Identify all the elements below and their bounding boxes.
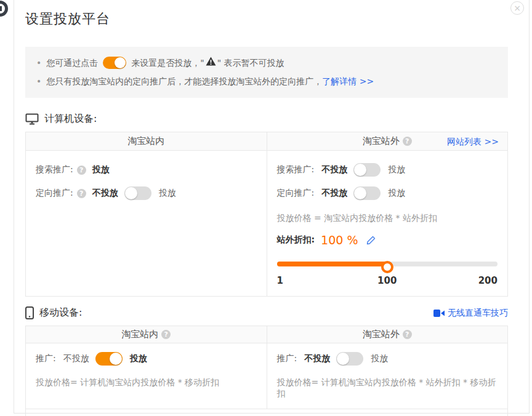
close-icon[interactable]: ×: [510, 1, 524, 15]
wireless-tips-label: 无线直通车技巧: [448, 308, 508, 319]
computer-offsite-cell: 搜索推广: 不投放 投放 定向推广: 不投放 投放 投放价格 = 淘宝站内投放价…: [267, 151, 508, 296]
target-off-label: 不投放: [321, 188, 347, 199]
mobile-offsite-cell: 推广: 不投放 投放 投放价格= 计算机淘宝站内投放价格 * 站外折扣 * 移动…: [267, 343, 508, 409]
header-label: 淘宝站内: [121, 329, 158, 340]
promo-label: 推广:: [36, 353, 56, 364]
offsite-discount-row: 站外折扣: 100 %: [277, 233, 498, 247]
promo-row: 推广: 不投放 投放: [277, 352, 498, 366]
toggle-knob: [125, 187, 137, 199]
notice-box: • 您可通过点击 来设置是否投放，" " 表示暂不可投放 • 您只有投放淘宝站内…: [25, 47, 508, 98]
header-label: 淘宝站外: [363, 135, 400, 147]
notice-text: 您只有投放淘宝站内的定向推广后，才能选择投放淘宝站外的定向推广，: [46, 73, 322, 89]
promo-row: 推广: 不投放 投放: [36, 352, 257, 366]
mobile-section-title: 移动设备:: [39, 306, 82, 319]
search-on-label: 投放: [388, 164, 405, 175]
video-icon: [433, 310, 445, 317]
slider-mid-label: 100: [377, 275, 397, 286]
search-promo-label: 搜索推广:: [36, 164, 73, 175]
computer-table-body: 搜索推广: ? 投放 定向推广: ? 不投放 投放: [26, 151, 507, 296]
promo-toggle[interactable]: [336, 352, 363, 366]
target-on-label: 投放: [388, 188, 405, 199]
computer-table-header: 淘宝站内 淘宝站外 ? 网站列表 >>: [26, 132, 507, 151]
promo-on-label: 投放: [371, 353, 388, 364]
slider-handle[interactable]: [381, 261, 393, 273]
target-promo-row: 定向推广: ? 不投放 投放: [36, 186, 257, 200]
target-on-label: 投放: [159, 188, 176, 199]
help-icon[interactable]: ?: [77, 189, 86, 198]
help-icon[interactable]: ?: [403, 330, 412, 339]
computer-section-header: 计算机设备:: [25, 113, 508, 126]
bullet-dot: •: [36, 55, 41, 71]
slider-track[interactable]: [277, 262, 498, 266]
mobile-discount-row: 移动折扣: % 折扣: 1-400间整数。 1: [26, 409, 507, 416]
target-promo-label: 定向推广:: [36, 188, 73, 199]
mobile-section-header: 移动设备: 无线直通车技巧: [25, 306, 508, 319]
bullet-dot: •: [36, 73, 41, 89]
header-taobao-onsite: 淘宝站内: [26, 132, 267, 150]
notice-text: 来设置是否投放，": [131, 55, 204, 71]
toggle-knob: [115, 57, 126, 68]
search-off-label: 不投放: [321, 164, 347, 175]
toggle-knob: [354, 164, 366, 176]
slider-fill: [277, 262, 387, 266]
dialog-title: 设置投放平台: [25, 10, 518, 28]
header-taobao-offsite: 淘宝站外 ?: [267, 326, 508, 343]
monitor-icon: [25, 113, 39, 126]
header-taobao-offsite: 淘宝站外 ? 网站列表 >>: [267, 132, 508, 150]
toggle-knob: [110, 353, 122, 365]
site-list-link[interactable]: 网站列表 >>: [447, 132, 499, 151]
search-promo-state: 投放: [92, 164, 110, 175]
mobile-table-header: 淘宝站内 ? 淘宝站外 ?: [26, 326, 507, 343]
help-icon[interactable]: ?: [403, 137, 412, 146]
offsite-price-formula: 投放价格 = 淘宝站内投放价格 * 站外折扣: [277, 212, 498, 223]
mobile-offsite-formula: 投放价格= 计算机淘宝站内投放价格 * 站外折扣 * 移动折扣: [277, 377, 498, 399]
toggle-knob: [337, 353, 349, 365]
learn-more-link[interactable]: 了解详情 >>: [322, 73, 374, 89]
header-label: 淘宝站外: [363, 329, 400, 340]
screen: × 设置投放平台 • 您可通过点击 来设置是否投放，" " 表示暂不可投放 •: [0, 0, 532, 416]
notice-line-2: • 您只有投放淘宝站内的定向推广后，才能选择投放淘宝站外的定向推广， 了解详情 …: [35, 73, 498, 89]
notice-line-1: • 您可通过点击 来设置是否投放，" " 表示暂不可投放: [35, 55, 498, 71]
target-promo-label: 定向推广:: [277, 188, 315, 199]
offsite-slider-labels: 1 100 200: [277, 275, 498, 286]
mobile-onsite-formula: 投放价格= 计算机淘宝站内投放价格 * 移动折扣: [36, 377, 257, 388]
offsite-discount-slider: [277, 258, 498, 270]
notice-text: " 表示暂不可投放: [217, 55, 284, 71]
computer-onsite-cell: 搜索推广: ? 投放 定向推广: ? 不投放 投放: [26, 151, 267, 296]
notice-text: 您可通过点击: [46, 55, 98, 71]
slider-max-label: 200: [478, 275, 498, 286]
promo-off-label: 不投放: [63, 353, 89, 364]
help-icon[interactable]: ?: [77, 166, 86, 175]
computer-table: 淘宝站内 淘宝站外 ? 网站列表 >> 搜索推广: ? 投放: [25, 132, 508, 297]
mobile-table-body: 推广: 不投放 投放 投放价格= 计算机淘宝站内投放价格 * 移动折扣 推广: …: [26, 343, 507, 409]
offsite-discount-value: 100 %: [321, 233, 358, 247]
computer-section-title: 计算机设备:: [44, 113, 97, 126]
promo-toggle[interactable]: [95, 352, 123, 366]
promo-label: 推广:: [277, 353, 297, 364]
target-promo-row: 定向推广: 不投放 投放: [277, 186, 498, 200]
set-platform-dialog: × 设置投放平台 • 您可通过点击 来设置是否投放，" " 表示暂不可投放 •: [14, 0, 530, 414]
wireless-tips-link[interactable]: 无线直通车技巧: [433, 308, 508, 319]
example-toggle[interactable]: [103, 57, 126, 69]
edit-pencil-icon[interactable]: [366, 236, 376, 245]
search-promo-row: 搜索推广: 不投放 投放: [277, 163, 498, 177]
promo-on-label: 投放: [130, 353, 147, 364]
mobile-onsite-cell: 推广: 不投放 投放 投放价格= 计算机淘宝站内投放价格 * 移动折扣: [26, 343, 267, 409]
target-promo-toggle[interactable]: [124, 186, 151, 200]
search-promo-label: 搜索推广:: [277, 164, 315, 175]
target-promo-toggle[interactable]: [353, 186, 381, 200]
slider-min-label: 1: [277, 275, 283, 286]
target-off-label: 不投放: [92, 188, 118, 199]
header-taobao-onsite: 淘宝站内 ?: [26, 326, 267, 343]
search-promo-toggle[interactable]: [353, 163, 381, 177]
offsite-discount-label: 站外折扣:: [277, 234, 315, 246]
help-icon[interactable]: ?: [161, 330, 171, 339]
cutoff-help-bubble-icon[interactable]: [0, 1, 8, 17]
mobile-table: 淘宝站内 ? 淘宝站外 ? 推广: 不投放: [25, 326, 508, 416]
warning-triangle-icon: [206, 55, 216, 71]
search-promo-row: 搜索推广: ? 投放: [36, 163, 257, 177]
header-label: 淘宝站内: [127, 135, 164, 147]
promo-off-label: 不投放: [304, 353, 330, 364]
toggle-knob: [354, 187, 366, 199]
phone-icon: [25, 306, 34, 319]
